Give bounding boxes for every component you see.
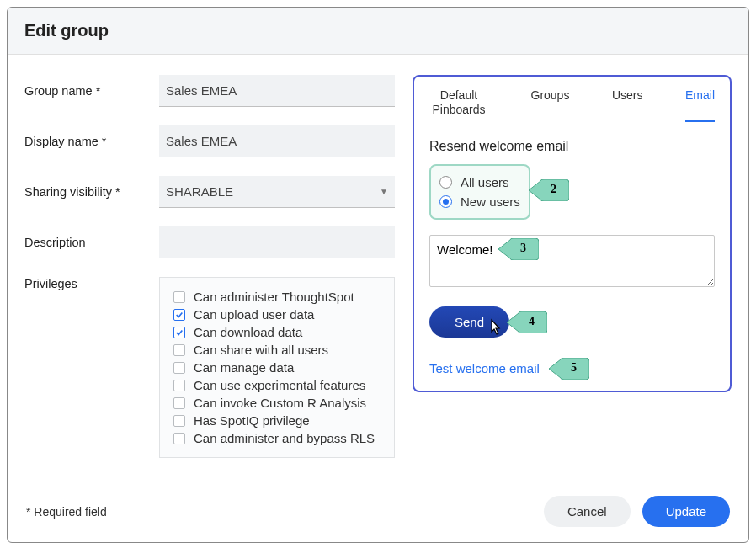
privilege-label: Can invoke Custom R Analysis: [194, 396, 366, 410]
tab-groups[interactable]: Groups: [531, 88, 570, 122]
privilege-item[interactable]: Has SpotIQ privilege: [173, 412, 381, 429]
checkbox-icon: [173, 433, 185, 444]
display-name-input[interactable]: [159, 125, 395, 157]
group-name-input[interactable]: [159, 75, 395, 107]
privilege-item[interactable]: Can administer and bypass RLS: [173, 429, 381, 447]
sharing-visibility-select[interactable]: SHARABLE ▼: [159, 176, 395, 208]
privilege-label: Can share with all users: [194, 343, 328, 357]
callout-4: 4: [507, 311, 547, 333]
privilege-item[interactable]: Can manage data: [173, 359, 381, 376]
checkbox-icon: [173, 397, 185, 409]
privilege-label: Can use experimental features: [194, 378, 365, 392]
privilege-label: Can administer ThoughtSpot: [194, 290, 354, 304]
checkbox-icon: [173, 344, 185, 356]
radio-all-users[interactable]: All users: [439, 173, 520, 192]
recipient-radio-group: All users New users: [429, 164, 530, 220]
checkbox-icon: [173, 309, 185, 321]
tab-email[interactable]: Email: [685, 88, 715, 122]
privilege-item[interactable]: Can administer ThoughtSpot: [173, 288, 381, 306]
group-name-label: Group name *: [24, 84, 159, 98]
sharing-visibility-value: SHARABLE: [166, 184, 233, 199]
required-note: * Required field: [26, 505, 107, 519]
dialog-header: Edit group: [8, 8, 748, 55]
checkbox-icon: [173, 362, 185, 374]
dialog-title: Edit group: [24, 21, 732, 40]
email-panel: Default Pinboards Groups Users Email Res…: [413, 75, 732, 392]
radio-new-users[interactable]: New users: [439, 192, 520, 211]
display-name-label: Display name *: [24, 135, 159, 148]
checkbox-icon: [173, 380, 185, 391]
callout-2: 2: [529, 179, 569, 201]
privileges-box: Can administer ThoughtSpotCan upload use…: [159, 277, 395, 458]
privileges-label: Privileges: [24, 277, 159, 290]
privilege-label: Has SpotIQ privilege: [194, 413, 310, 428]
tabs: Default Pinboards Groups Users Email: [429, 88, 715, 122]
cancel-button[interactable]: Cancel: [544, 496, 631, 527]
checkbox-icon: [173, 291, 185, 303]
privilege-item[interactable]: Can upload user data: [173, 306, 381, 323]
tab-users[interactable]: Users: [612, 88, 643, 122]
radio-icon: [439, 176, 452, 189]
privilege-item[interactable]: Can use experimental features: [173, 376, 381, 394]
privilege-item[interactable]: Can invoke Custom R Analysis: [173, 394, 381, 412]
callout-5: 5: [549, 358, 589, 380]
test-welcome-email-link[interactable]: Test welcome email: [429, 361, 540, 375]
radio-icon: [439, 195, 452, 208]
welcome-message-textarea[interactable]: [429, 235, 715, 287]
edit-group-dialog: Edit group Group name * Display name * S…: [7, 7, 749, 543]
resend-title: Resend welcome email: [429, 139, 715, 154]
chevron-down-icon: ▼: [380, 187, 388, 196]
update-button[interactable]: Update: [642, 496, 730, 527]
tab-default-pinboards[interactable]: Default Pinboards: [429, 88, 488, 122]
checkbox-icon: [173, 327, 185, 338]
description-input[interactable]: [159, 226, 395, 258]
sharing-visibility-label: Sharing visibility *: [24, 185, 159, 199]
privilege-item[interactable]: Can download data: [173, 323, 381, 341]
dialog-footer: * Required field Cancel Update: [8, 481, 748, 542]
privilege-label: Can upload user data: [194, 307, 314, 322]
privilege-item[interactable]: Can share with all users: [173, 341, 381, 359]
form-column: Group name * Display name * Sharing visi…: [24, 75, 412, 476]
description-label: Description: [24, 236, 159, 249]
privilege-label: Can administer and bypass RLS: [194, 431, 375, 445]
privilege-label: Can download data: [194, 325, 302, 339]
privilege-label: Can manage data: [194, 360, 294, 375]
checkbox-icon: [173, 415, 185, 427]
send-button[interactable]: Send: [429, 306, 509, 338]
